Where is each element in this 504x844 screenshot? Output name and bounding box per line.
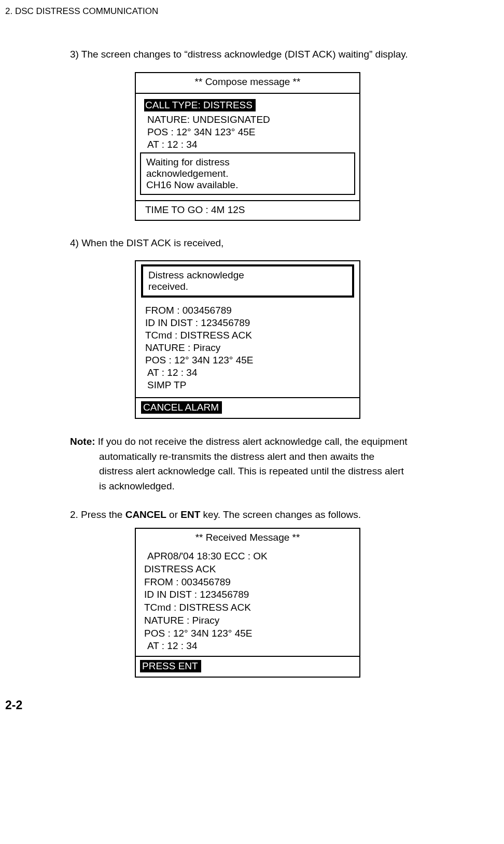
note-line4: is acknowledged. <box>99 479 499 494</box>
step-2-instruction: 2. Press the CANCEL or ENT key. The scre… <box>70 509 499 521</box>
panel1-nature: NATURE: UNDESIGNATED <box>144 114 351 125</box>
step2-post: key. The screen changes as follows. <box>200 509 361 520</box>
call-type-inverse: CALL TYPE: DISTRESS <box>144 99 256 111</box>
panel2-at: AT : 12 : 34 <box>144 367 351 378</box>
panel1-footer: TIME TO GO : 4M 12S <box>136 200 359 220</box>
panel1-pos: POS : 12° 34N 123° 45E <box>144 126 351 138</box>
panel2-simp: SIMP TP <box>144 379 351 391</box>
page-number: 2-2 <box>5 698 499 712</box>
wait-line2: acknowledgement. <box>146 168 349 179</box>
note-label: Note: <box>70 436 95 447</box>
recv-line1: Distress acknowledge <box>148 270 347 281</box>
panel3-line5: TCmd : DISTRESS ACK <box>144 601 351 614</box>
panel2-idindist: ID IN DIST : 123456789 <box>144 317 351 329</box>
panel2-from: FROM : 003456789 <box>144 305 351 316</box>
cancel-alarm-inverse: CANCEL ALARM <box>141 401 222 414</box>
note-line2: automatically re-transmits the distress … <box>99 449 499 465</box>
note-block: Note: If you do not receive the distress… <box>70 434 499 494</box>
waiting-box: Waiting for distress acknowledgement. CH… <box>140 152 355 195</box>
received-box: Distress acknowledge received. <box>141 264 354 298</box>
panel3-line1: APR08/'04 18:30 ECC : OK <box>144 550 351 562</box>
recv-line2: received. <box>148 281 347 292</box>
ent-key: ENT <box>180 509 200 520</box>
panel3-line3: FROM : 003456789 <box>144 576 351 588</box>
panel3-footer: PRESS ENT <box>136 656 359 677</box>
compose-message-panel: ** Compose message ** CALL TYPE: DISTRES… <box>135 72 360 221</box>
cancel-key: CANCEL <box>125 509 166 520</box>
press-ent-inverse: PRESS ENT <box>140 660 201 672</box>
panel2-footer: CANCEL ALARM <box>136 397 359 418</box>
section-header: 2. DSC DISTRESS COMMUNICATION <box>5 6 499 17</box>
step-3-text: 3) The screen changes to “distress ackno… <box>70 48 499 62</box>
panel1-title: ** Compose message ** <box>136 73 359 94</box>
panel3-line2: DISTRESS ACK <box>144 563 351 575</box>
panel3-title: ** Received Message ** <box>136 529 359 545</box>
panel2-tcmd: TCmd : DISTRESS ACK <box>144 330 351 341</box>
received-message-panel: ** Received Message ** APR08/'04 18:30 E… <box>135 528 360 678</box>
distress-ack-panel: Distress acknowledge received. FROM : 00… <box>135 260 360 419</box>
panel2-nature: NATURE : Piracy <box>144 342 351 354</box>
note-line3: distress alert acknowledge call. This is… <box>99 464 499 479</box>
panel3-line7: POS : 12° 34N 123° 45E <box>144 627 351 640</box>
step2-mid: or <box>166 509 180 520</box>
panel1-at: AT : 12 : 34 <box>144 139 351 150</box>
step2-pre: 2. Press the <box>70 509 125 520</box>
panel3-line4: ID IN DIST : 123456789 <box>144 588 351 601</box>
wait-line1: Waiting for distress <box>146 157 349 168</box>
note-line1: If you do not receive the distress alert… <box>95 436 408 447</box>
panel3-line6: NATURE : Piracy <box>144 614 351 627</box>
wait-line3: CH16 Now available. <box>146 179 349 191</box>
panel3-line8: AT : 12 : 34 <box>144 640 351 652</box>
step-4-text: 4) When the DIST ACK is received, <box>70 236 499 250</box>
panel2-pos: POS : 12° 34N 123° 45E <box>144 355 351 366</box>
